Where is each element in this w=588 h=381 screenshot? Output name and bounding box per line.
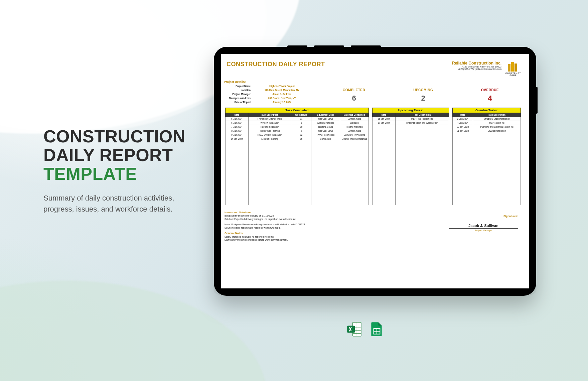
field-value: January 12, 2024 xyxy=(252,100,312,104)
project-details-table: Project NameHighrise Tower Project Locat… xyxy=(225,84,312,104)
table-row-empty xyxy=(453,197,521,201)
table-title: Task Completed xyxy=(225,108,369,113)
table-cell-empty xyxy=(311,173,340,177)
table-cell-empty xyxy=(395,149,449,153)
stat-completed: COMPLETED 6 xyxy=(343,88,365,103)
table-cell-empty xyxy=(453,157,473,161)
table-cell-empty xyxy=(248,153,291,157)
field-value: Jacob J. Sullivan xyxy=(252,92,312,96)
table-cell-empty xyxy=(473,181,521,185)
table-cell-empty xyxy=(311,149,340,153)
table-overdue: Overdue Tasks: DateTask Description2-Jan… xyxy=(452,108,521,205)
project-details-label: Project Details: xyxy=(223,80,526,84)
tables-row: Task Completed DateTask DescriptionWork … xyxy=(223,104,526,205)
table-cell-empty xyxy=(373,201,396,205)
table-cell-empty xyxy=(395,181,449,185)
table-cell-empty xyxy=(473,185,521,189)
table-cell: 15-Jan-2024 xyxy=(373,117,396,121)
table-cell: 11 xyxy=(291,117,311,121)
table-row-empty xyxy=(453,145,521,149)
table-title: Upcoming Tasks: xyxy=(372,108,449,113)
table-cell-empty xyxy=(340,177,369,181)
stat-overdue: OVERDUE 4 xyxy=(481,88,499,103)
tablet-button xyxy=(536,87,538,114)
table-cell-empty xyxy=(395,201,449,205)
table-cell-empty xyxy=(291,157,311,161)
table-row-empty xyxy=(373,145,449,149)
table-cell: Ductwork, HVAC units xyxy=(340,133,369,137)
table-cell-empty xyxy=(373,177,396,181)
table-cell: Window Installation xyxy=(248,121,291,125)
table-header: Task Description xyxy=(473,113,521,117)
table-cell-empty xyxy=(395,129,449,133)
table-cell-empty xyxy=(248,149,291,153)
table-cell-empty xyxy=(473,201,521,205)
table-cell-empty xyxy=(226,141,249,145)
table-row-empty xyxy=(373,161,449,165)
table-row-empty xyxy=(373,185,449,189)
table-cell-empty xyxy=(311,161,340,165)
table-row-empty xyxy=(453,193,521,197)
table-row: 2-Jan-2024Structural Steel Installation xyxy=(453,117,521,121)
table-cell-empty xyxy=(226,165,249,169)
table-row-empty xyxy=(373,165,449,169)
table-cell: 8-Jan-2024 xyxy=(226,129,249,133)
table-row-empty xyxy=(373,201,449,205)
svg-rect-9 xyxy=(347,326,355,333)
tablet-mockup: CONSTRUCTION DAILY REPORT Reliable Const… xyxy=(214,47,536,296)
table-cell-empty xyxy=(340,165,369,169)
table-cell: HVAC Technicians xyxy=(311,133,340,137)
svg-rect-2 xyxy=(514,64,517,72)
notes-block: Issues and Solutions: Issue: Delay in co… xyxy=(225,209,439,242)
table-row-empty xyxy=(373,189,449,193)
table-cell-empty xyxy=(373,185,396,189)
table-completed: Task Completed DateTask DescriptionWork … xyxy=(225,108,369,205)
table-row-empty xyxy=(373,193,449,197)
table-row-empty xyxy=(226,153,369,157)
table-cell-empty xyxy=(473,157,521,161)
table-cell-empty xyxy=(473,177,521,181)
table-cell-empty xyxy=(311,197,340,201)
table-cell-empty xyxy=(291,165,311,169)
table-cell: 15 xyxy=(291,137,311,141)
table-row-empty xyxy=(373,125,449,129)
table-cell: Contractors xyxy=(311,137,340,141)
table-cell-empty xyxy=(226,185,249,189)
table-cell-empty xyxy=(291,145,311,149)
table-cell-empty xyxy=(395,197,449,201)
table-cell-empty xyxy=(248,169,291,173)
table-cell-empty xyxy=(248,165,291,169)
table-cell-empty xyxy=(226,161,249,165)
table-cell-empty xyxy=(340,145,369,149)
table-row-empty xyxy=(226,169,369,173)
table-cell-empty xyxy=(453,173,473,177)
table-row-empty xyxy=(373,137,449,141)
table-row-empty xyxy=(226,197,369,201)
table-row: 9-Jan-2024HVAC System Installation12HVAC… xyxy=(226,133,369,137)
table-cell: Windows xyxy=(340,121,369,125)
table-cell-empty xyxy=(373,173,396,177)
table-cell-empty xyxy=(248,193,291,197)
table-row-empty xyxy=(226,149,369,153)
table-cell: 5-Jan-2024 xyxy=(226,117,249,121)
table-cell-empty xyxy=(373,197,396,201)
table-cell: Roofing materials xyxy=(340,125,369,129)
table-cell-empty xyxy=(311,201,340,205)
table-cell: 17-Jan-2024 xyxy=(373,121,396,125)
table-row: 6-Jan-2024Window Installation8Window Ins… xyxy=(226,121,369,125)
table-row-empty xyxy=(373,141,449,145)
table-cell: 7-Jan-2024 xyxy=(226,125,249,129)
table-cell-empty xyxy=(340,161,369,165)
table-row-empty xyxy=(453,141,521,145)
table-header: Task Description xyxy=(395,113,449,117)
table-cell-empty xyxy=(340,181,369,185)
svg-rect-0 xyxy=(508,64,510,72)
table-cell-empty xyxy=(373,181,396,185)
table-cell: 4-Jan-2024 xyxy=(453,121,473,125)
table-cell-empty xyxy=(453,185,473,189)
table-cell-empty xyxy=(373,141,396,145)
table-cell-empty xyxy=(473,141,521,145)
table-row: 4-Jan-2024MEP Rough-ins xyxy=(453,121,521,125)
table-row: 10-Jan-2024Plumbing and Electrical Rough… xyxy=(453,125,521,129)
table-cell-empty xyxy=(395,141,449,145)
